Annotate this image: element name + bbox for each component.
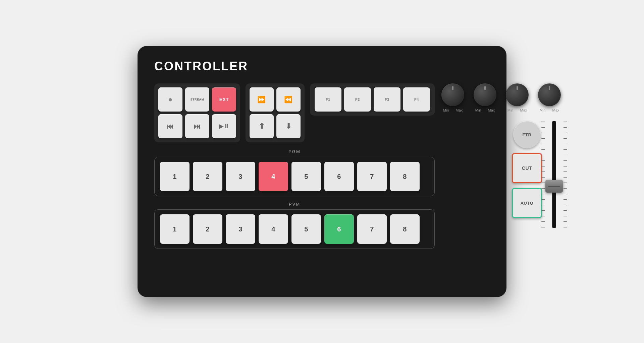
fn-group: F1 F2 F3 F4	[310, 83, 435, 116]
knob-4-max: Max	[552, 108, 559, 112]
action-buttons: FTB CUT AUTO	[512, 121, 542, 218]
nav-group: ⏩ ⏪ ⬆ ⬇	[246, 83, 305, 142]
f1-button[interactable]: F1	[315, 87, 341, 112]
knob-1-min: Min	[443, 108, 449, 112]
rewind-button[interactable]: ⏮	[158, 114, 182, 138]
pgm-btn-5[interactable]: 5	[291, 162, 321, 191]
bottom-right: FTB CUT AUTO	[512, 118, 561, 228]
pgm-label: PGM	[154, 149, 435, 154]
cut-button[interactable]: CUT	[512, 153, 542, 183]
f4-button[interactable]: F4	[403, 87, 430, 112]
knob-2-max: Max	[488, 108, 495, 112]
knob-4-labels: Min Max	[540, 108, 559, 112]
nav-row-1: ⏩ ⏪	[250, 87, 301, 112]
fader-handle[interactable]	[545, 180, 563, 193]
pvm-btn-7[interactable]: 7	[357, 214, 387, 244]
pvm-btn-3[interactable]: 3	[226, 214, 255, 244]
f2-button[interactable]: F2	[344, 87, 371, 112]
transport-row-2: ⏮ ⏭ ▶⏸	[158, 114, 236, 138]
knob-2-labels: Min Max	[475, 108, 495, 112]
ffwd-button[interactable]: ⏭	[185, 114, 209, 138]
controller-device: CONTROLLER ● STREAM EXT ⏮ ⏭ ▶⏸	[138, 46, 506, 297]
ftb-button[interactable]: FTB	[513, 121, 541, 148]
pgm-buttons-group: 1 2 3 4 5 6 7 8	[154, 157, 435, 196]
pgm-btn-6[interactable]: 6	[324, 162, 354, 191]
pvm-btn-1[interactable]: 1	[160, 214, 190, 244]
stream-button[interactable]: STREAM	[185, 87, 209, 112]
auto-button[interactable]: AUTO	[512, 188, 542, 218]
knob-4-container: Min Max	[538, 83, 561, 112]
knob-3-max: Max	[520, 108, 527, 112]
pgm-section: PGM 1 2 3 4 5 6 7 8	[154, 149, 435, 196]
pvm-btn-6[interactable]: 6	[324, 214, 354, 244]
knobs-row: Min Max Min Max Min Max	[441, 83, 561, 112]
ext-button[interactable]: EXT	[212, 87, 236, 112]
pgm-btn-1[interactable]: 1	[160, 162, 190, 191]
pgm-btn-3[interactable]: 3	[226, 162, 255, 191]
skip-back-button[interactable]: ⏪	[276, 87, 301, 112]
record-button[interactable]: ●	[158, 87, 182, 112]
knob-1-container: Min Max	[441, 83, 464, 112]
fader-section	[547, 118, 561, 228]
knob-2-container: Min Max	[474, 83, 496, 112]
knob-3-labels: Min Max	[507, 108, 527, 112]
up-button[interactable]: ⬆	[250, 114, 274, 138]
pgm-btn-8[interactable]: 8	[390, 162, 420, 191]
knob-2[interactable]	[474, 83, 496, 106]
pvm-section: PVM 1 2 3 4 5 6 7 8	[154, 202, 435, 249]
knob-3[interactable]	[506, 83, 529, 106]
knob-4-min: Min	[540, 108, 546, 112]
pvm-btn-8[interactable]: 8	[390, 214, 420, 244]
skip-forward-button[interactable]: ⏩	[250, 87, 274, 112]
pgm-btn-4[interactable]: 4	[259, 162, 288, 191]
knob-1-max: Max	[455, 108, 463, 112]
transport-row-1: ● STREAM EXT	[158, 87, 236, 112]
pvm-btn-2[interactable]: 2	[193, 214, 222, 244]
play-pause-button[interactable]: ▶⏸	[212, 114, 236, 138]
pgm-btn-7[interactable]: 7	[357, 162, 387, 191]
knob-2-min: Min	[475, 108, 481, 112]
pvm-btn-5[interactable]: 5	[291, 214, 321, 244]
transport-group: ● STREAM EXT ⏮ ⏭ ▶⏸	[154, 83, 240, 142]
pgm-btn-2[interactable]: 2	[193, 162, 222, 191]
pvm-btn-4[interactable]: 4	[259, 214, 288, 244]
nav-row-2: ⬆ ⬇	[250, 114, 301, 138]
knob-1-labels: Min Max	[443, 108, 463, 112]
pvm-label: PVM	[154, 202, 435, 207]
knob-1[interactable]	[441, 83, 464, 106]
controller-title: CONTROLLER	[154, 59, 490, 73]
pvm-buttons-group: 1 2 3 4 5 6 7 8	[154, 209, 435, 249]
fader-track[interactable]	[547, 121, 561, 228]
knob-4[interactable]	[538, 83, 561, 106]
fn-row: F1 F2 F3 F4	[315, 87, 430, 112]
knob-3-container: Min Max	[506, 83, 529, 112]
down-button[interactable]: ⬇	[276, 114, 301, 138]
f3-button[interactable]: F3	[374, 87, 400, 112]
knob-3-min: Min	[507, 108, 514, 112]
